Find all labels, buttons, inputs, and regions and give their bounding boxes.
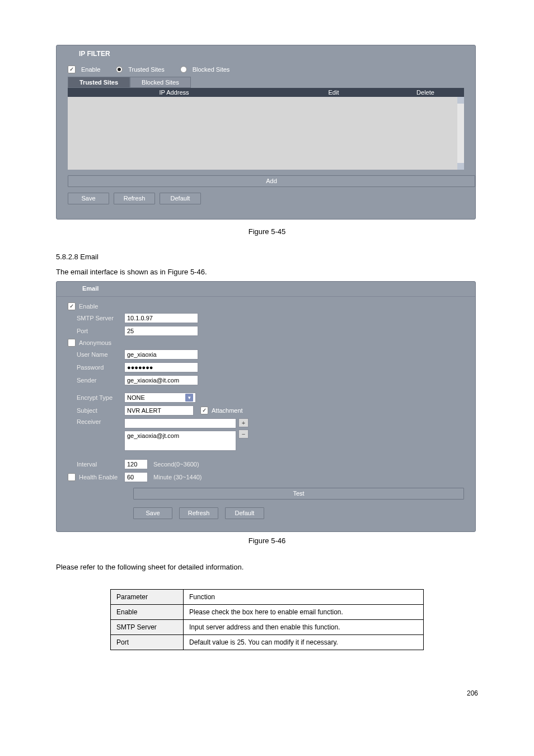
email-panel: Email Enable SMTP Server Port Anonymous … [56,281,476,532]
table-row: EnablePlease check the box here to enabl… [111,605,424,620]
user-name-label: User Name [65,351,124,358]
cell-port-desc: Default value is 25. You can modify it i… [184,635,424,650]
receiver-list[interactable]: ge_xiaoxia@jt.com [124,431,236,451]
col-delete: Delete [387,89,464,96]
cell-smtp-desc: Input server address and then enable thi… [184,620,424,635]
scrollbar[interactable] [457,97,464,170]
email-title: Email [57,282,475,297]
table-row: ParameterFunction [111,590,424,605]
cell-smtp: SMTP Server [111,620,184,635]
health-enable-checkbox[interactable] [68,473,76,481]
anonymous-label: Anonymous [79,339,111,346]
subject-input[interactable] [124,405,194,416]
save-button[interactable]: Save [68,193,109,204]
tab-trusted-sites[interactable]: Trusted Sites [68,77,130,88]
email-enable-label: Enable [79,303,98,310]
subject-label: Subject [65,407,124,414]
port-label: Port [65,328,124,334]
anonymous-checkbox[interactable] [68,339,76,347]
refresh-button[interactable]: Refresh [114,193,155,204]
table-header: IP Address Edit Delete [68,88,464,97]
table-row: PortDefault value is 25. You can modify … [111,635,424,650]
trusted-sites-radio[interactable] [116,66,123,73]
smtp-server-input[interactable] [124,313,198,323]
port-input[interactable] [124,326,198,336]
sender-input[interactable] [124,375,198,385]
ip-filter-title: IP FILTER [57,45,475,58]
receiver-input[interactable] [124,418,236,428]
user-name-input[interactable] [124,349,198,360]
encrypt-type-value: NONE [127,394,145,401]
blocked-sites-radio[interactable] [180,66,187,73]
interval-unit: Second(0~3600) [153,461,199,468]
health-enable-label: Health Enable [79,474,118,480]
password-input[interactable] [124,362,198,372]
section-number: 5.8.2.8 Email [56,253,478,261]
interval-label: Interval [65,461,124,468]
email-save-button[interactable]: Save [133,507,172,519]
parameter-table: ParameterFunction EnablePlease check the… [110,589,424,650]
password-label: Password [65,364,124,371]
enable-label: Enable [81,66,100,73]
add-button[interactable]: Add [68,175,475,187]
add-receiver-button[interactable]: + [238,418,249,427]
test-button[interactable]: Test [133,488,464,500]
smtp-server-label: SMTP Server [65,315,124,321]
email-enable-checkbox[interactable] [68,302,76,310]
figure-caption-2: Figure 5-46 [56,536,478,545]
email-default-button[interactable]: Default [225,507,264,519]
figure-caption-1: Figure 5-45 [56,227,478,236]
default-button[interactable]: Default [160,193,201,204]
tab-blocked-sites[interactable]: Blocked Sites [130,77,191,88]
page-number: 206 [56,689,478,697]
chevron-down-icon: ▾ [185,394,193,402]
cell-enable: Enable [111,605,184,620]
cell-param-header: Parameter [111,590,184,605]
section-text: The email interface is shown as in Figur… [56,267,478,278]
trusted-sites-radio-label: Trusted Sites [128,66,164,73]
sender-label: Sender [65,377,124,384]
cell-enable-desc: Please check the box here to enable emai… [184,605,424,620]
cell-func-header: Function [184,590,424,605]
receiver-label: Receiver [65,418,124,425]
col-ip-address: IP Address [68,89,280,96]
table-intro-text: Please refer to the following sheet for … [56,562,478,573]
ip-filter-panel: IP FILTER Enable Trusted Sites Blocked S… [56,45,476,220]
blocked-sites-radio-label: Blocked Sites [193,66,230,73]
attachment-checkbox[interactable] [200,407,208,414]
email-refresh-button[interactable]: Refresh [179,507,218,519]
health-unit: Minute (30~1440) [153,474,202,480]
encrypt-type-label: Encrypt Type [65,394,124,401]
encrypt-type-select[interactable]: NONE ▾ [124,393,196,403]
table-row: SMTP ServerInput server address and then… [111,620,424,635]
health-input[interactable] [124,472,148,482]
attachment-label: Attachment [212,407,243,414]
enable-checkbox[interactable] [68,66,76,73]
interval-input[interactable] [124,459,148,469]
col-edit: Edit [280,89,387,96]
cell-port: Port [111,635,184,650]
remove-receiver-button[interactable]: − [238,430,249,438]
table-body [68,97,464,170]
